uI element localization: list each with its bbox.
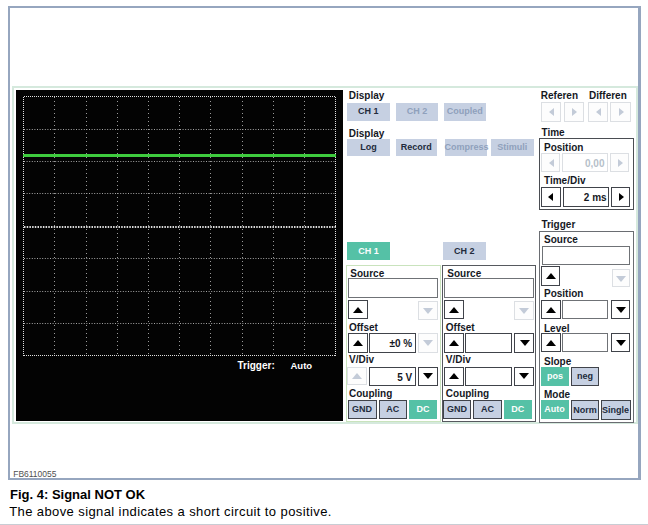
svg-text:Auto: Auto bbox=[290, 359, 312, 370]
svg-text:Trigger:: Trigger: bbox=[237, 359, 274, 370]
